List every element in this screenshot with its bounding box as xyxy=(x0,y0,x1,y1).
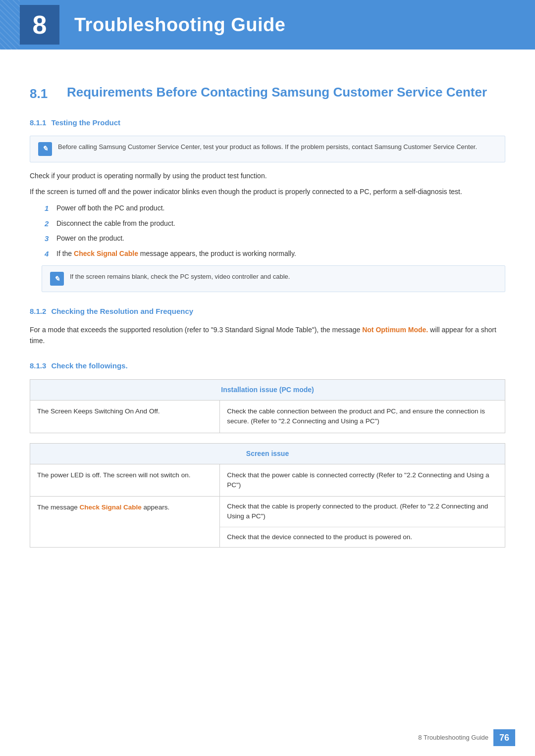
footer-page-box: 76 xyxy=(493,729,515,746)
note-text-2: If the screen remains blank, check the P… xyxy=(70,272,290,282)
list-text-1: Power off both the PC and product. xyxy=(56,203,164,213)
screen-left-prefix-2: The message xyxy=(37,504,80,511)
list-number-1: 1 xyxy=(45,203,56,214)
installation-table-header: Installation issue (PC mode) xyxy=(30,380,505,401)
section-8-1-2-number: 8.1.2 xyxy=(30,306,46,317)
screen-cell-right-1: Check that the power cable is connected … xyxy=(220,464,505,497)
screen-right-sub-2-2: Check that the device connected to the p… xyxy=(220,527,505,547)
body-text-resolution: For a mode that exceeds the supported re… xyxy=(30,324,505,347)
list-item-3: 3 Power on the product. xyxy=(45,233,505,245)
note-box-2: ✎ If the screen remains blank, check the… xyxy=(42,265,505,292)
screen-left-suffix-2: appears. xyxy=(142,504,169,511)
note-text-1: Before calling Samsung Customer Service … xyxy=(58,142,477,152)
list-text-2: Disconnect the cable from the product. xyxy=(56,218,175,229)
body-text-resolution-prefix: For a mode that exceeds the supported re… xyxy=(30,326,362,334)
section-8-1-1-heading: 8.1.1 Testing the Product xyxy=(30,117,505,129)
chapter-title: Troubleshooting Guide xyxy=(74,11,285,39)
indented-note-2: ✎ If the screen remains blank, check the… xyxy=(42,265,505,292)
section-8-1-title: Requirements Before Contacting Samsung C… xyxy=(67,84,487,101)
list-text-3: Power on the product. xyxy=(56,233,124,244)
installation-left-text-1: The Screen Keeps Switching On And Off. xyxy=(37,407,160,415)
section-8-1-3-title: Check the followings. xyxy=(51,360,127,372)
section-8-1-2-heading: 8.1.2 Checking the Resolution and Freque… xyxy=(30,306,505,317)
list-item-1: 1 Power off both the PC and product. xyxy=(45,203,505,214)
footer-text: 8 Troubleshooting Guide xyxy=(418,733,488,743)
chapter-header: 8 Troubleshooting Guide xyxy=(0,0,535,50)
installation-cell-right-1: Check the cable connection between the p… xyxy=(220,401,505,433)
installation-cell-left-1: The Screen Keeps Switching On And Off. xyxy=(30,401,220,433)
list-text-4: If the Check Signal Cable message appear… xyxy=(56,249,296,259)
section-8-1-1-title: Testing the Product xyxy=(51,117,120,129)
note-box-1: ✎ Before calling Samsung Customer Servic… xyxy=(30,136,505,162)
footer: 8 Troubleshooting Guide 76 xyxy=(418,729,515,746)
list-item-4: 4 If the Check Signal Cable message appe… xyxy=(45,249,505,260)
screen-row-1: The power LED is off. The screen will no… xyxy=(30,464,505,497)
screen-row-2: The message Check Signal Cable appears. … xyxy=(30,497,505,547)
not-optimum-mode-text: Not Optimum Mode. xyxy=(362,326,428,334)
section-8-1-3-heading: 8.1.3 Check the followings. xyxy=(30,360,505,372)
body-text-1: Check if your product is operating norma… xyxy=(30,170,505,181)
screen-issue-table: Screen issue The power LED is off. The s… xyxy=(30,443,505,548)
installation-table-row-1: The Screen Keeps Switching On And Off. C… xyxy=(30,401,505,433)
section-8-1-number: 8.1 xyxy=(30,84,57,103)
screen-left-text-1: The power LED is off. The screen will no… xyxy=(37,471,190,479)
list-number-4: 4 xyxy=(45,249,56,260)
list-number-3: 3 xyxy=(45,233,56,245)
section-8-1-heading: 8.1 Requirements Before Contacting Samsu… xyxy=(30,84,505,103)
screen-right-text-1: Check that the power cable is connected … xyxy=(227,471,489,489)
main-content: 8.1 Requirements Before Contacting Samsu… xyxy=(0,50,535,597)
screen-cell-left-2: The message Check Signal Cable appears. xyxy=(30,497,220,547)
note-icon-2: ✎ xyxy=(50,272,64,286)
section-8-1-3-number: 8.1.3 xyxy=(30,360,46,372)
check-signal-cable-table: Check Signal Cable xyxy=(80,504,142,511)
note-icon-1: ✎ xyxy=(38,142,52,156)
numbered-list: 1 Power off both the PC and product. 2 D… xyxy=(45,203,505,259)
bold-check-signal-cable-1: Check Signal Cable xyxy=(74,250,138,257)
section-8-1-2-title: Checking the Resolution and Frequency xyxy=(51,306,193,317)
footer-page-number: 76 xyxy=(499,731,509,745)
chapter-number-box: 8 xyxy=(20,5,59,45)
chapter-number: 8 xyxy=(33,5,47,44)
screen-right-sub-2-1: Check that the cable is properly connect… xyxy=(220,497,505,527)
list-number-2: 2 xyxy=(45,218,56,230)
list-item-2: 2 Disconnect the cable from the product. xyxy=(45,218,505,230)
screen-cell-left-1: The power LED is off. The screen will no… xyxy=(30,464,220,497)
screen-issue-table-header: Screen issue xyxy=(30,444,505,464)
screen-cell-right-2-multi: Check that the cable is properly connect… xyxy=(220,497,505,547)
body-text-2: If the screen is turned off and the powe… xyxy=(30,186,505,197)
installation-table: Installation issue (PC mode) The Screen … xyxy=(30,379,505,433)
section-8-1-1-number: 8.1.1 xyxy=(30,117,46,129)
